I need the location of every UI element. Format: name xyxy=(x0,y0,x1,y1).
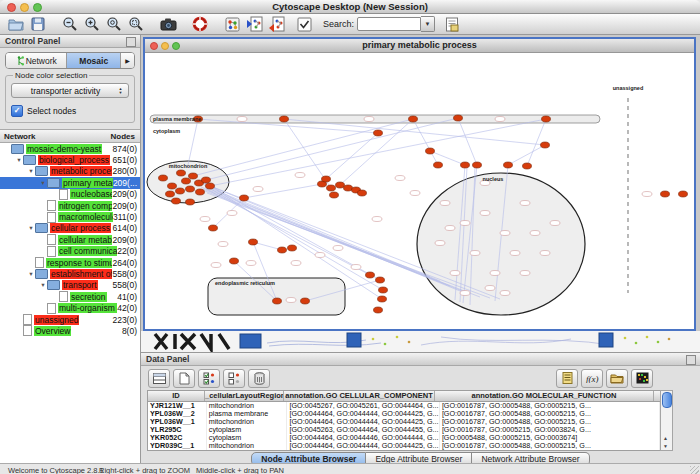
select-nodes-checkbox[interactable]: ✓ xyxy=(11,105,23,117)
tree-item[interactable]: response to stimul264(0) xyxy=(0,257,140,268)
select-attributes-icon[interactable] xyxy=(198,369,220,388)
open-icon[interactable] xyxy=(6,16,26,33)
network-node[interactable] xyxy=(189,173,198,179)
tab-network[interactable]: Network xyxy=(6,53,67,68)
disclosure-triangle-icon[interactable]: ▼ xyxy=(39,180,47,186)
network-node-small[interactable] xyxy=(485,286,495,291)
save-icon[interactable] xyxy=(28,16,48,33)
network-node[interactable] xyxy=(177,170,186,176)
frame-zoom-icon[interactable] xyxy=(172,42,180,50)
network-node[interactable] xyxy=(374,307,383,313)
table-row[interactable]: YPL036W__2plasma membrane[GO:0044464, GO… xyxy=(148,410,660,418)
import-attributes-icon[interactable] xyxy=(606,369,628,388)
network-node[interactable] xyxy=(209,225,218,231)
network-node-small[interactable] xyxy=(246,261,256,266)
network-node-small[interactable] xyxy=(351,265,361,270)
delete-attribute-icon[interactable] xyxy=(248,369,270,388)
import-network-icon[interactable] xyxy=(244,16,264,33)
network-node[interactable] xyxy=(168,183,177,189)
frame-close-icon[interactable] xyxy=(150,42,158,50)
tree-item[interactable]: cell communicat22(0) xyxy=(0,246,140,257)
network-node[interactable] xyxy=(182,178,191,184)
network-node-small[interactable] xyxy=(291,261,301,266)
network-node-small[interactable] xyxy=(460,291,470,296)
network-node[interactable] xyxy=(278,247,287,253)
table-row[interactable]: YPL036W__1mitochondrion[GO:0044464, GO:0… xyxy=(148,418,660,426)
network-node-small[interactable] xyxy=(540,251,550,256)
tree-item[interactable]: ▼biological_process651(0) xyxy=(0,154,140,165)
network-node-small[interactable] xyxy=(218,242,228,247)
network-node[interactable] xyxy=(344,185,353,191)
network-node[interactable] xyxy=(230,258,239,264)
tree-item[interactable]: Overview8(0) xyxy=(0,325,140,336)
network-node[interactable] xyxy=(374,130,383,136)
network-node[interactable] xyxy=(523,163,532,169)
export-network-icon[interactable] xyxy=(266,16,286,33)
network-node[interactable] xyxy=(186,199,195,205)
network-node-small[interactable] xyxy=(295,173,305,178)
network-node[interactable] xyxy=(336,182,345,188)
tree-item[interactable]: ▼cellular process614(0) xyxy=(0,223,140,234)
network-view-frame[interactable]: primary metabolic process plasma membran… xyxy=(143,37,696,331)
close-icon[interactable] xyxy=(7,3,16,12)
zoom-in-icon[interactable] xyxy=(82,16,102,33)
network-node[interactable] xyxy=(202,177,211,183)
tree-item[interactable]: multi-organism pro42(0) xyxy=(0,302,140,313)
network-node[interactable] xyxy=(661,191,670,197)
tree-item[interactable]: ▼primary metabo209(... xyxy=(0,177,140,188)
column-header[interactable]: annotation.GO CELLULAR_COMPONENT xyxy=(284,391,435,401)
network-node-small[interactable] xyxy=(520,271,530,276)
network-node-small[interactable] xyxy=(211,263,221,268)
tree-item[interactable]: macromolecule311(0) xyxy=(0,211,140,222)
network-node[interactable] xyxy=(679,191,688,197)
network-node-small[interactable] xyxy=(500,231,510,236)
network-node[interactable] xyxy=(358,190,367,196)
network-node-small[interactable] xyxy=(435,241,445,246)
zoom-selected-icon[interactable] xyxy=(126,16,146,33)
network-node[interactable] xyxy=(434,162,443,168)
network-node[interactable] xyxy=(366,272,375,278)
network-node-small[interactable] xyxy=(460,221,470,226)
table-row[interactable]: YKR052Ccytoplasm[GO:0044464, GO:0044446,… xyxy=(148,434,660,442)
network-node[interactable] xyxy=(249,239,258,245)
attribute-table-header[interactable]: ID_cellularLayoutRegionannotation.GO CEL… xyxy=(148,391,660,402)
zoom-fit-icon[interactable] xyxy=(104,16,124,33)
network-node-small[interactable] xyxy=(550,221,560,226)
network-node-small[interactable] xyxy=(286,298,296,303)
network-node-small[interactable] xyxy=(520,201,530,206)
network-node[interactable] xyxy=(172,198,181,204)
scroll-up-icon[interactable]: ▲ xyxy=(661,434,670,442)
network-node-small[interactable] xyxy=(395,176,405,181)
zoom-out-icon[interactable] xyxy=(60,16,80,33)
scroll-down-icon[interactable]: ▼ xyxy=(661,442,670,450)
network-node[interactable] xyxy=(376,277,385,283)
network-node-small[interactable] xyxy=(500,291,510,296)
attribute-table[interactable]: ID_cellularLayoutRegionannotation.GO CEL… xyxy=(147,390,661,451)
network-node-small[interactable] xyxy=(372,217,382,222)
network-node[interactable] xyxy=(196,189,205,195)
tree-item[interactable]: ▼metabolic process280(0) xyxy=(0,166,140,177)
table-row[interactable]: YLR295Ccytoplasm[GO:0045263, GO:0044464,… xyxy=(148,426,660,434)
search-input[interactable] xyxy=(357,17,421,31)
network-node-small[interactable] xyxy=(510,251,520,256)
table-row[interactable]: YJR121W__1mitochondrion[GO:0045267, GO:0… xyxy=(148,402,660,410)
window-titlebar[interactable]: Cytoscape Desktop (New Session) xyxy=(0,0,700,14)
float-panel-icon[interactable] xyxy=(126,37,136,47)
network-node[interactable] xyxy=(186,186,195,192)
tree-item[interactable]: ▼transport558(0) xyxy=(0,280,140,291)
network-node[interactable] xyxy=(473,162,482,168)
network-node[interactable] xyxy=(240,195,249,201)
tab-mosaic[interactable]: Mosaic xyxy=(67,53,121,68)
birdseye-view-icon[interactable] xyxy=(222,16,242,33)
network-view-titlebar[interactable]: primary metabolic process xyxy=(145,39,694,53)
table-scrollbar[interactable]: ▲ ▼ xyxy=(660,390,673,451)
network-node-small[interactable] xyxy=(470,251,480,256)
help-lifebuoy-icon[interactable] xyxy=(190,16,210,33)
network-node[interactable] xyxy=(280,116,289,122)
tree-item[interactable]: secretion41(0) xyxy=(0,291,140,302)
network-node[interactable] xyxy=(426,148,435,154)
network-node-small[interactable] xyxy=(480,211,490,216)
network-node[interactable] xyxy=(206,183,215,189)
column-header[interactable]: ID xyxy=(148,391,205,401)
disclosure-triangle-icon[interactable]: ▼ xyxy=(27,225,35,231)
